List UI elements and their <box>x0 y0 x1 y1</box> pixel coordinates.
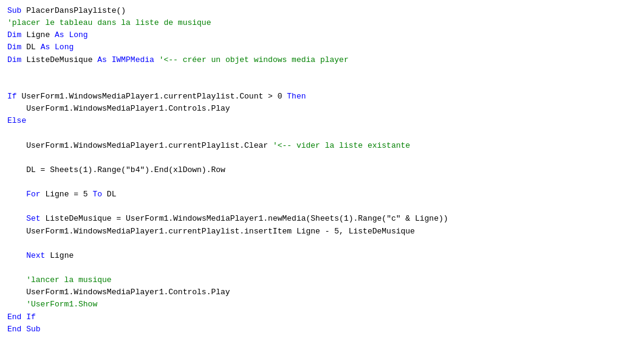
code-token: DL = Sheets(1).Range("b4").End(xlDown).R… <box>7 165 225 174</box>
code-token: Set <box>26 214 45 223</box>
code-token: UserForm1.WindowsMediaPlayer1.currentPla… <box>7 227 415 236</box>
code-line <box>7 152 637 164</box>
code-token: Ligne = 5 <box>45 190 92 199</box>
code-token: DL <box>107 190 117 199</box>
code-token: UserForm1.WindowsMediaPlayer1.currentPla… <box>7 141 273 150</box>
code-token: ListeDeMusique <box>26 55 97 64</box>
code-line <box>7 127 637 139</box>
code-token: UserForm1.WindowsMediaPlayer1.currentPla… <box>21 92 287 101</box>
code-line: UserForm1.WindowsMediaPlayer1.Controls.P… <box>7 286 637 299</box>
code-token: As <box>97 55 111 64</box>
code-token: If <box>7 92 21 101</box>
code-token: Next <box>26 251 50 260</box>
code-token: Dim <box>7 55 26 64</box>
code-token: PlacerDansPlayliste() <box>26 6 126 15</box>
code-line <box>7 66 637 78</box>
code-line <box>7 238 637 250</box>
code-line: Else <box>7 115 637 127</box>
code-token: Ligne <box>50 251 74 260</box>
code-token <box>7 190 26 199</box>
code-line: Dim Ligne As Long <box>7 29 637 41</box>
code-line: For Ligne = 5 To DL <box>7 188 637 201</box>
code-line: 'lancer la musique <box>7 274 637 286</box>
code-line: Dim DL As Long <box>7 41 637 53</box>
code-token: DL <box>26 43 40 52</box>
code-token: Then <box>287 92 306 101</box>
code-token: End <box>7 312 26 322</box>
code-line: UserForm1.WindowsMediaPlayer1.Controls.P… <box>7 103 637 115</box>
code-token: UserForm1.WindowsMediaPlayer1.Controls.P… <box>7 288 230 297</box>
code-token: Dim <box>7 30 26 40</box>
code-line: UserForm1.WindowsMediaPlayer1.currentPla… <box>7 140 637 152</box>
comment-text: 'UserForm1.Show <box>7 300 97 309</box>
code-content: Sub PlacerDansPlayliste()'placer le tabl… <box>7 5 637 336</box>
code-token: ListeDeMusique = UserForm1.WindowsMediaP… <box>45 214 448 223</box>
code-line: DL = Sheets(1).Range("b4").End(xlDown).R… <box>7 164 637 176</box>
code-line: End If <box>7 311 637 323</box>
code-token: UserForm1.WindowsMediaPlayer1.Controls.P… <box>7 104 230 113</box>
code-line: End Sub <box>7 323 637 336</box>
code-line <box>7 176 637 188</box>
code-token: Ligne <box>26 30 55 40</box>
code-token <box>7 251 26 260</box>
code-line <box>7 201 637 213</box>
code-line <box>7 262 637 274</box>
code-token: As <box>55 30 69 40</box>
code-token: Dim <box>7 43 26 52</box>
code-line: 'placer le tableau dans la liste de musi… <box>7 17 637 29</box>
code-token: '<-- créer un objet windows media player <box>159 55 349 64</box>
code-token: For <box>26 190 45 199</box>
code-token: IWMPMedia <box>112 55 159 64</box>
code-line: UserForm1.WindowsMediaPlayer1.currentPla… <box>7 226 637 238</box>
code-line <box>7 78 637 91</box>
code-token: Long <box>69 30 87 40</box>
code-token: '<-- vider la liste existante <box>273 141 410 150</box>
code-token: Sub <box>7 6 26 15</box>
code-line: Next Ligne <box>7 250 637 262</box>
code-token: To <box>92 190 106 199</box>
code-token: Sub <box>26 325 40 334</box>
code-token: Else <box>7 116 26 125</box>
code-line: Dim ListeDeMusique As IWMPMedia '<-- cré… <box>7 54 637 66</box>
code-token <box>7 214 26 223</box>
code-token: End <box>7 325 26 334</box>
code-token: If <box>26 312 36 322</box>
code-line: 'UserForm1.Show <box>7 299 637 311</box>
code-line: Set ListeDeMusique = UserForm1.WindowsMe… <box>7 213 637 225</box>
comment-text: 'lancer la musique <box>7 275 112 285</box>
code-token: As <box>41 43 55 52</box>
comment-text: 'placer le tableau dans la liste de musi… <box>7 18 211 27</box>
code-line: Sub PlacerDansPlayliste() <box>7 5 637 17</box>
code-token: Long <box>55 43 74 52</box>
code-line: If UserForm1.WindowsMediaPlayer1.current… <box>7 91 637 103</box>
code-editor: Sub PlacerDansPlayliste()'placer le tabl… <box>0 0 644 352</box>
